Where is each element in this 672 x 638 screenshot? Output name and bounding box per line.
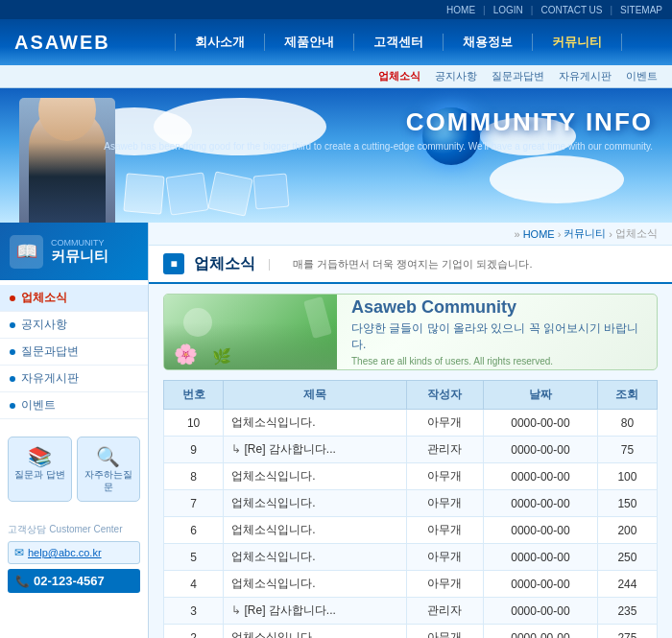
- sidebar-item-announce[interactable]: 공지사항: [0, 312, 148, 339]
- main-navigation: 회사소개 제품안내 고객센터 채용정보 커뮤니티: [139, 34, 658, 51]
- person-image: [19, 98, 115, 223]
- cell-views: 150: [597, 490, 657, 517]
- sidebar-email[interactable]: ✉ help@abc.co.kr: [8, 541, 140, 564]
- table-row: 3 ↳ [Re] 감사합니다... 관리자 0000-00-00 235: [164, 598, 658, 625]
- main-content: » HOME › 커뮤니티 › 업체소식 ■ 업체소식 | 매를 거듭하면서 더…: [149, 223, 672, 638]
- sidebar-titles: COMMUNITY 커뮤니티: [51, 238, 108, 266]
- sidebar-label-notice: 업체소식: [21, 290, 67, 306]
- cell-title[interactable]: 업체소식입니다.: [224, 544, 407, 571]
- cell-views: 235: [597, 598, 657, 625]
- dot-event: [10, 403, 15, 409]
- banner-title: Asaweb Community: [351, 297, 642, 318]
- cell-author: 아무개: [406, 490, 483, 517]
- cell-title[interactable]: 업체소식입니다.: [224, 571, 407, 598]
- hero-title: COMMUNITY INFO: [406, 107, 653, 137]
- home-link[interactable]: HOME: [446, 5, 475, 15]
- sidebar-header: 📖 COMMUNITY 커뮤니티: [0, 223, 148, 280]
- subnav-board[interactable]: 자유게시판: [559, 69, 612, 83]
- breadcrumb: » HOME › 커뮤니티 › 업체소식: [149, 223, 672, 246]
- cell-date: 0000-00-00: [483, 625, 597, 639]
- cell-date: 0000-00-00: [483, 490, 597, 517]
- subnav-notice[interactable]: 업체소식: [378, 69, 420, 83]
- logo: ASAWEB: [14, 32, 110, 54]
- cell-date: 0000-00-00: [483, 517, 597, 544]
- dot-qna: [10, 349, 15, 355]
- dot-notice: [10, 295, 15, 301]
- cell-views: 244: [597, 571, 657, 598]
- cell-title[interactable]: 업체소식입니다.: [224, 625, 407, 639]
- nav-products[interactable]: 제품안내: [265, 34, 354, 51]
- subnav-announce[interactable]: 공지사항: [435, 69, 477, 83]
- breadcrumb-home[interactable]: HOME: [523, 228, 555, 240]
- nav-support[interactable]: 고객센터: [354, 34, 444, 51]
- hero-banner: COMMUNITY INFO Asaweb has been doing goo…: [0, 88, 672, 223]
- dot-announce: [10, 322, 15, 328]
- sidebar-label-event: 이벤트: [21, 397, 56, 414]
- cell-author: 아무개: [406, 544, 483, 571]
- cell-author: 아무개: [406, 517, 483, 544]
- top-navigation: HOME | LOGIN | CONTACT US | SITEMAP: [0, 0, 672, 19]
- community-banner: 🌸 🌿 Asaweb Community 다양한 글들이 많이 올라와 있으니 …: [163, 294, 658, 370]
- sidebar-item-qna[interactable]: 질문과답변: [0, 339, 148, 366]
- widget-faq-label: 자주하는질문: [83, 468, 135, 493]
- cell-title[interactable]: 업체소식입니다.: [224, 463, 407, 490]
- sidebar: 📖 COMMUNITY 커뮤니티 업체소식 공지사항 질문과답변 자유게시판: [0, 223, 149, 638]
- col-views: 조회: [597, 381, 657, 410]
- email-icon: ✉: [14, 546, 24, 559]
- cell-views: 80: [597, 410, 657, 437]
- nav-recruit[interactable]: 채용정보: [444, 34, 533, 51]
- cell-number: 5: [164, 544, 224, 571]
- table-body: 10 업체소식입니다. 아무개 0000-00-00 80 9 ↳ [Re] 감…: [164, 410, 658, 639]
- cell-title[interactable]: 업체소식입니다.: [224, 490, 407, 517]
- sidebar-widgets: 📚 질문과 답변 🔍 자주하는질문: [0, 429, 148, 509]
- header: ASAWEB 회사소개 제품안내 고객센터 채용정보 커뮤니티: [0, 19, 672, 65]
- widget-faq[interactable]: 🔍 자주하는질문: [77, 437, 141, 502]
- cell-title[interactable]: 업체소식입니다.: [224, 410, 407, 437]
- table-row: 7 업체소식입니다. 아무개 0000-00-00 150: [164, 490, 658, 517]
- cell-author: 아무개: [406, 410, 483, 437]
- cell-date: 0000-00-00: [483, 410, 597, 437]
- cell-title[interactable]: ↳ [Re] 감사합니다...: [224, 598, 407, 625]
- email-address[interactable]: help@abc.co.kr: [28, 547, 102, 558]
- subnav-event[interactable]: 이벤트: [626, 69, 658, 83]
- login-link[interactable]: LOGIN: [493, 5, 523, 15]
- data-table: 번호 제목 작성자 날짜 조회 10 업체소식입니다. 아무개 0000-00-…: [163, 380, 658, 638]
- banner-subtitle: 다양한 글들이 많이 올라와 있으니 꼭 읽어보시기 바랍니다.: [351, 320, 642, 353]
- breadcrumb-community[interactable]: 커뮤니티: [564, 226, 606, 241]
- table-container: 번호 제목 작성자 날짜 조회 10 업체소식입니다. 아무개 0000-00-…: [163, 380, 658, 638]
- col-title: 제목: [224, 381, 407, 410]
- widget-qna[interactable]: 📚 질문과 답변: [8, 437, 72, 502]
- cell-author: 관리자: [406, 437, 483, 463]
- contact-link[interactable]: CONTACT US: [540, 5, 602, 15]
- sidebar-item-notice[interactable]: 업체소식: [0, 285, 148, 312]
- sidebar-item-board[interactable]: 자유게시판: [0, 366, 148, 392]
- cube-2: [165, 172, 208, 215]
- sitemap-link[interactable]: SITEMAP: [620, 5, 662, 15]
- phone-icon: 📞: [15, 575, 30, 588]
- nav-community[interactable]: 커뮤니티: [533, 34, 622, 51]
- banner-detail: These are all kinds of users. All rights…: [351, 356, 642, 366]
- table-row: 9 ↳ [Re] 감사합니다... 관리자 0000-00-00 75: [164, 437, 658, 463]
- sidebar-item-event[interactable]: 이벤트: [0, 392, 148, 419]
- subnav-qna[interactable]: 질문과답변: [492, 69, 544, 83]
- cell-title[interactable]: ↳ [Re] 감사합니다...: [224, 437, 407, 463]
- cell-author: 아무개: [406, 571, 483, 598]
- sidebar-subtitle: COMMUNITY: [51, 238, 108, 248]
- separator: |: [268, 257, 271, 271]
- sidebar-phone: 📞 02-123-4567: [8, 569, 140, 593]
- cell-date: 0000-00-00: [483, 437, 597, 463]
- qna-icon: 📚: [13, 445, 66, 468]
- cell-number: 10: [164, 410, 224, 437]
- faq-icon: 🔍: [83, 445, 135, 468]
- table-row: 8 업체소식입니다. 아무개 0000-00-00 100: [164, 463, 658, 490]
- table-row: 10 업체소식입니다. 아무개 0000-00-00 80: [164, 410, 658, 437]
- cell-views: 200: [597, 517, 657, 544]
- cell-title[interactable]: 업체소식입니다.: [224, 517, 407, 544]
- cube-4: [253, 174, 290, 210]
- cell-author: 관리자: [406, 598, 483, 625]
- cell-number: 9: [164, 437, 224, 463]
- cell-date: 0000-00-00: [483, 598, 597, 625]
- breadcrumb-arrow: »: [515, 228, 520, 240]
- nav-company[interactable]: 회사소개: [175, 34, 265, 51]
- dot-board: [10, 376, 15, 382]
